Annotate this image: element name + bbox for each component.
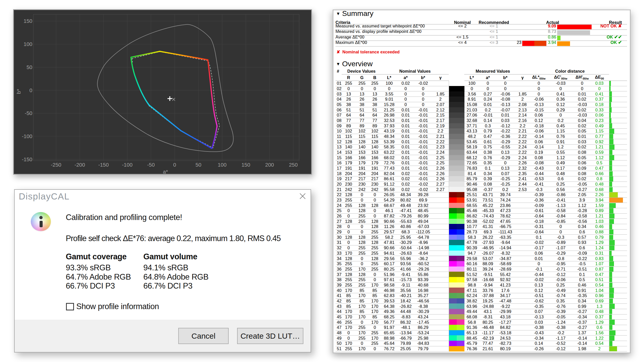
svg-text:50: 50 xyxy=(195,162,201,168)
svg-text:-250: -250 xyxy=(51,162,61,168)
svg-text:-50: -50 xyxy=(147,162,155,168)
svg-text:-100: -100 xyxy=(22,133,32,139)
svg-text:-100: -100 xyxy=(122,162,133,168)
svg-text:b*: b* xyxy=(16,89,22,94)
svg-text:-150: -150 xyxy=(98,162,109,168)
svg-text:150: 150 xyxy=(24,18,32,24)
svg-text:100: 100 xyxy=(24,41,32,47)
svg-text:100: 100 xyxy=(218,162,227,168)
svg-text:-200: -200 xyxy=(74,162,85,168)
svg-text:a*: a* xyxy=(163,169,168,175)
svg-text:-50: -50 xyxy=(25,110,32,116)
svg-text:200: 200 xyxy=(265,162,274,168)
svg-text:0: 0 xyxy=(173,162,176,168)
svg-text:250: 250 xyxy=(289,162,298,168)
svg-text:150: 150 xyxy=(241,162,250,168)
svg-text:-150: -150 xyxy=(22,156,32,162)
svg-text:0: 0 xyxy=(30,87,32,93)
svg-text:50: 50 xyxy=(26,64,32,70)
